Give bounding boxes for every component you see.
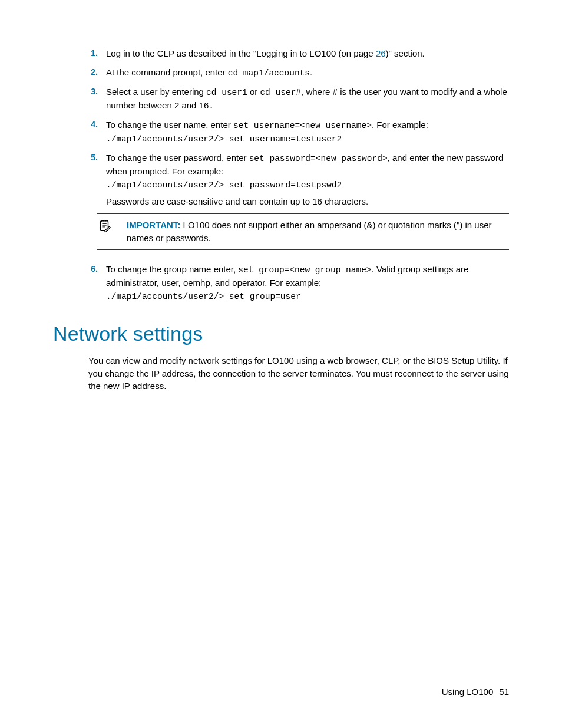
code: cd map1/accounts (228, 68, 310, 78)
list-number: 6. (88, 263, 106, 303)
text: To change the user password, enter (106, 153, 249, 163)
list-content: To change the group name enter, set grou… (106, 263, 509, 303)
code: ./map1/accounts/user2/> set group=user (106, 292, 301, 301)
code: # (332, 88, 338, 97)
list-item: 5. To change the user password, enter se… (88, 151, 509, 208)
text: To change the group name enter, (106, 264, 238, 274)
code: set password=<new password> (249, 154, 388, 163)
list-content: Log in to the CLP as described in the "L… (106, 47, 509, 60)
text: . For example: (372, 120, 428, 130)
code: ./map1/accounts/user2/> set username=tes… (106, 134, 342, 144)
list-number: 3. (88, 85, 106, 113)
code: cd user1 (206, 88, 247, 97)
text: , where (301, 87, 332, 97)
page-footer: Using LO10051 (442, 686, 509, 699)
list-content: To change the user password, enter set p… (106, 151, 509, 208)
list-number: 4. (88, 118, 106, 146)
note-icon (97, 219, 127, 245)
list-number: 5. (88, 151, 106, 208)
list-content: To change the user name, enter set usern… (106, 118, 509, 146)
ordered-list-cont: 6. To change the group name enter, set g… (88, 263, 509, 303)
code: set username=<new username> (233, 121, 372, 130)
list-number: 2. (88, 66, 106, 80)
list-item: 1. Log in to the CLP as described in the… (88, 47, 509, 60)
text: At the command prompt, enter (106, 67, 228, 77)
paragraph: Passwords are case-sensitive and can con… (106, 195, 509, 208)
ordered-list: 1. Log in to the CLP as described in the… (88, 47, 509, 207)
text: . (310, 67, 312, 77)
code: . (209, 101, 214, 111)
text: or (247, 87, 260, 97)
important-text: LO100 does not support either an ampersa… (127, 220, 492, 243)
section-body: You can view and modify network settings… (88, 354, 509, 393)
footer-text: Using LO100 (442, 687, 494, 697)
page-link[interactable]: 26 (376, 48, 386, 58)
text: To change the user name, enter (106, 120, 233, 130)
list-content: At the command prompt, enter cd map1/acc… (106, 66, 509, 80)
code: ./map1/accounts/user2/> set password=tes… (106, 180, 342, 190)
footer-page-number: 51 (499, 687, 509, 697)
important-content: IMPORTANT: LO100 does not support either… (127, 219, 509, 245)
list-item: 3. Select a user by entering cd user1 or… (88, 85, 509, 113)
list-item: 2. At the command prompt, enter cd map1/… (88, 66, 509, 80)
important-label: IMPORTANT: (127, 220, 180, 230)
text: )" section. (386, 48, 425, 58)
list-item: 6. To change the group name enter, set g… (88, 263, 509, 303)
text: Log in to the CLP as described in the "L… (106, 48, 376, 58)
important-callout: IMPORTANT: LO100 does not support either… (97, 213, 509, 250)
section-heading: Network settings (53, 319, 509, 348)
list-content: Select a user by entering cd user1 or cd… (106, 85, 509, 113)
list-number: 1. (88, 47, 106, 60)
code: cd user# (260, 88, 301, 97)
code: set group=<new group name> (238, 265, 371, 275)
list-item: 4. To change the user name, enter set us… (88, 118, 509, 146)
text: Select a user by entering (106, 87, 206, 97)
